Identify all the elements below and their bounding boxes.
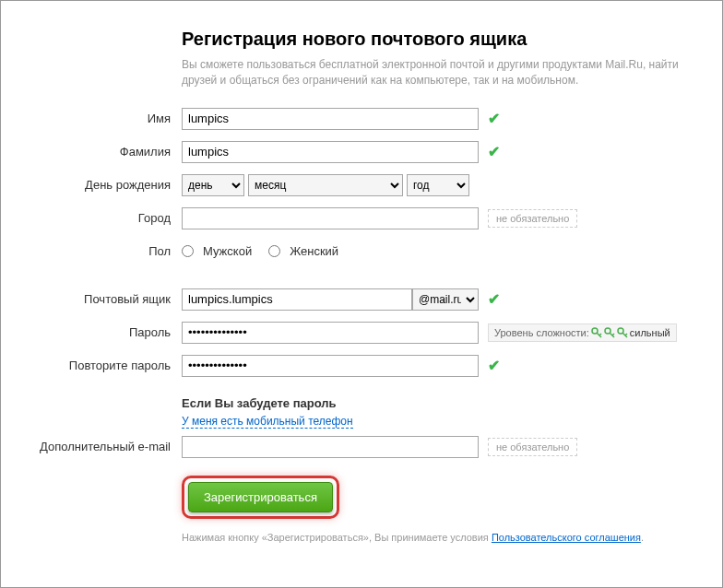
firstname-input[interactable] (182, 108, 479, 130)
lastname-input[interactable] (182, 141, 479, 163)
password-repeat-label: Повторите пароль (29, 359, 182, 372)
gender-female-radio[interactable] (268, 245, 280, 257)
key-icon (617, 327, 628, 338)
terms-link[interactable]: Пользовательского соглашения (492, 532, 641, 543)
check-icon: ✔ (488, 143, 500, 160)
gender-label: Пол (29, 244, 182, 258)
password-repeat-input[interactable] (182, 355, 479, 377)
mailbox-label: Почтовый ящик (29, 292, 182, 306)
password-input[interactable] (182, 322, 479, 344)
day-select[interactable]: день (182, 174, 244, 196)
submit-highlight: Зарегистрироваться (182, 476, 339, 519)
city-input[interactable] (182, 207, 479, 229)
password-label: Пароль (29, 325, 182, 339)
birthday-label: День рождения (29, 178, 182, 192)
footer-text: Нажимая кнопку «Зарегистрироваться», Вы … (182, 532, 694, 543)
additional-email-label: Дополнительный e-mail (29, 440, 182, 453)
city-label: Город (29, 211, 182, 225)
domain-select[interactable]: @mail.ru (412, 288, 479, 311)
year-select[interactable]: год (407, 174, 469, 196)
key-icon (591, 327, 602, 338)
optional-badge: не обязательно (488, 209, 577, 228)
register-button[interactable]: Зарегистрироваться (188, 482, 333, 512)
optional-badge: не обязательно (488, 438, 577, 456)
additional-email-input[interactable] (182, 436, 479, 458)
gender-female-label: Женский (290, 244, 338, 258)
lastname-label: Фамилия (29, 145, 182, 159)
mobile-phone-link[interactable]: У меня есть мобильный телефон (182, 415, 353, 429)
check-icon: ✔ (488, 357, 500, 374)
page-subtitle: Вы сможете пользоваться бесплатной элект… (182, 57, 694, 88)
gender-male-radio[interactable] (182, 245, 194, 257)
password-strength: Уровень сложности: сильный (488, 323, 677, 342)
recovery-title: Если Вы забудете пароль (182, 396, 694, 410)
firstname-label: Имя (29, 112, 182, 125)
check-icon: ✔ (488, 290, 500, 308)
check-icon: ✔ (488, 110, 500, 127)
month-select[interactable]: месяц (248, 174, 403, 196)
key-icon (604, 327, 615, 338)
registration-form: Регистрация нового почтового ящика Вы см… (0, 0, 723, 588)
gender-male-label: Мужской (203, 244, 252, 258)
page-title: Регистрация нового почтового ящика (182, 29, 694, 50)
mailbox-input[interactable] (182, 288, 412, 311)
